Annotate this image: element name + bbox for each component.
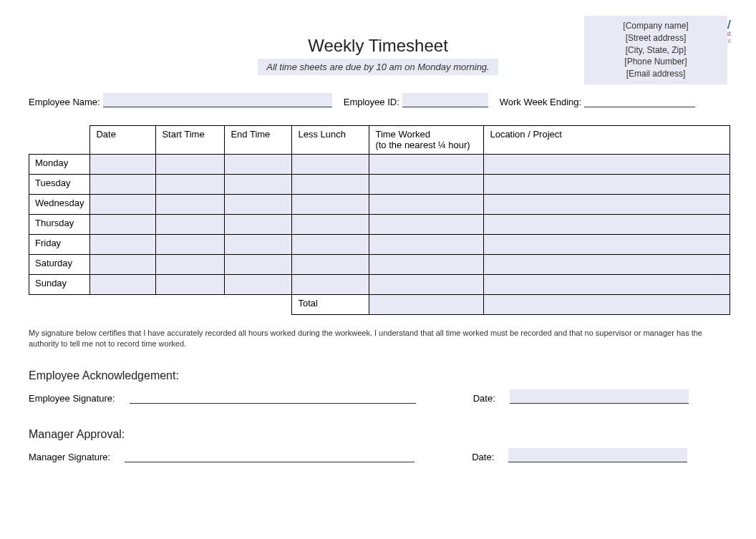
total-label-cell: Total — [292, 295, 369, 315]
table-row: Sunday — [29, 275, 730, 295]
week-ending-label: Work Week Ending: — [500, 97, 581, 107]
manager-date-input[interactable] — [508, 448, 687, 462]
table-row: Thursday — [29, 215, 730, 235]
cell-tue-worked[interactable] — [369, 175, 484, 195]
page-subtitle: All time sheets are due by 10 am on Mond… — [258, 59, 498, 75]
employee-info-row: Employee Name: Employee ID: Work Week En… — [29, 93, 727, 107]
certification-text: My signature below certifies that I have… — [29, 328, 730, 349]
table-row: Friday — [29, 235, 730, 255]
cell-sat-loc[interactable] — [484, 255, 730, 275]
day-label-thursday: Thursday — [29, 215, 90, 235]
total-blank-3 — [156, 295, 225, 315]
col-header-start: Start Time — [156, 126, 225, 155]
employee-signature-input[interactable] — [130, 391, 416, 404]
table-row: Monday — [29, 155, 730, 175]
total-worked-cell[interactable] — [369, 295, 484, 315]
cell-sat-end[interactable] — [225, 255, 292, 275]
col-header-location: Location / Project — [484, 126, 730, 155]
company-street-field[interactable]: [Street address] — [587, 32, 724, 44]
cell-fri-lunch[interactable] — [292, 235, 369, 255]
employee-id-label: Employee ID: — [344, 97, 399, 107]
cell-mon-start[interactable] — [156, 155, 225, 175]
timesheet-table: Date Start Time End Time Less Lunch Time… — [29, 125, 730, 315]
cell-sun-lunch[interactable] — [292, 275, 369, 295]
cell-sun-start[interactable] — [156, 275, 225, 295]
cell-sun-worked[interactable] — [369, 275, 484, 295]
manager-approval-section: Manager Approval: Manager Signature: Dat… — [29, 428, 727, 462]
total-loc-cell[interactable] — [484, 295, 730, 315]
employee-id-input[interactable] — [402, 93, 488, 107]
employee-ack-heading: Employee Acknowledgement: — [29, 369, 727, 382]
company-phone-field[interactable]: [Phone Number] — [587, 56, 724, 68]
cell-thu-loc[interactable] — [484, 215, 730, 235]
cell-mon-worked[interactable] — [369, 155, 484, 175]
employee-ack-section: Employee Acknowledgement: Employee Signa… — [29, 369, 727, 404]
day-label-wednesday: Wednesday — [29, 195, 90, 215]
cell-mon-lunch[interactable] — [292, 155, 369, 175]
day-label-tuesday: Tuesday — [29, 175, 90, 195]
week-ending-input[interactable] — [584, 94, 695, 107]
cell-sat-date[interactable] — [90, 255, 156, 275]
company-email-field[interactable]: [Email address] — [587, 68, 724, 80]
day-label-saturday: Saturday — [29, 255, 90, 275]
cell-sun-end[interactable] — [225, 275, 292, 295]
cell-tue-loc[interactable] — [484, 175, 730, 195]
day-label-monday: Monday — [29, 155, 90, 175]
cell-sun-date[interactable] — [90, 275, 156, 295]
cell-tue-lunch[interactable] — [292, 175, 369, 195]
company-name-field[interactable]: [Company name] — [587, 20, 724, 32]
employee-date-label: Date: — [473, 393, 495, 404]
table-row-total: Total — [29, 295, 730, 315]
cell-thu-start[interactable] — [156, 215, 225, 235]
cell-thu-worked[interactable] — [369, 215, 484, 235]
cell-thu-end[interactable] — [225, 215, 292, 235]
total-blank-1 — [29, 295, 90, 315]
cell-wed-end[interactable] — [225, 195, 292, 215]
col-header-lunch: Less Lunch — [292, 126, 369, 155]
col-header-worked: Time Worked (to the nearest ¼ hour) — [369, 126, 484, 155]
cell-thu-lunch[interactable] — [292, 215, 369, 235]
company-city-field[interactable]: [City, State, Zip] — [587, 44, 724, 57]
cell-fri-start[interactable] — [156, 235, 225, 255]
cell-mon-date[interactable] — [90, 155, 156, 175]
cell-sat-start[interactable] — [156, 255, 225, 275]
company-info-block[interactable]: [Company name] [Street address] [City, S… — [584, 16, 727, 84]
manager-signature-input[interactable] — [125, 450, 415, 462]
employee-name-input[interactable] — [103, 93, 332, 107]
day-label-sunday: Sunday — [29, 275, 90, 295]
cell-wed-date[interactable] — [90, 195, 156, 215]
cell-wed-worked[interactable] — [369, 195, 484, 215]
cell-sun-loc[interactable] — [484, 275, 730, 295]
cell-sat-worked[interactable] — [369, 255, 484, 275]
cell-tue-date[interactable] — [90, 175, 156, 195]
cell-fri-loc[interactable] — [484, 235, 730, 255]
cell-wed-start[interactable] — [156, 195, 225, 215]
employee-date-input[interactable] — [510, 389, 689, 404]
col-header-date: Date — [90, 126, 156, 155]
manager-date-label: Date: — [472, 452, 494, 462]
manager-approval-heading: Manager Approval: — [29, 428, 727, 441]
table-row: Tuesday — [29, 175, 730, 195]
table-corner-blank — [29, 126, 90, 155]
cell-sat-lunch[interactable] — [292, 255, 369, 275]
employee-signature-label: Employee Signature: — [29, 393, 115, 404]
total-blank-2 — [90, 295, 156, 315]
cell-mon-loc[interactable] — [484, 155, 730, 175]
table-row: Saturday — [29, 255, 730, 275]
employee-name-label: Employee Name: — [29, 97, 100, 107]
total-blank-4 — [225, 295, 292, 315]
day-label-friday: Friday — [29, 235, 90, 255]
cell-wed-lunch[interactable] — [292, 195, 369, 215]
cell-fri-date[interactable] — [90, 235, 156, 255]
cell-thu-date[interactable] — [90, 215, 156, 235]
cell-tue-start[interactable] — [156, 175, 225, 195]
table-row: Wednesday — [29, 195, 730, 215]
col-header-end: End Time — [225, 126, 292, 155]
cell-fri-end[interactable] — [225, 235, 292, 255]
cell-tue-end[interactable] — [225, 175, 292, 195]
timesheet-document: lovetoknow advice women can trust Logo w… — [0, 0, 756, 539]
manager-signature-label: Manager Signature: — [29, 452, 110, 462]
cell-fri-worked[interactable] — [369, 235, 484, 255]
cell-mon-end[interactable] — [225, 155, 292, 175]
cell-wed-loc[interactable] — [484, 195, 730, 215]
